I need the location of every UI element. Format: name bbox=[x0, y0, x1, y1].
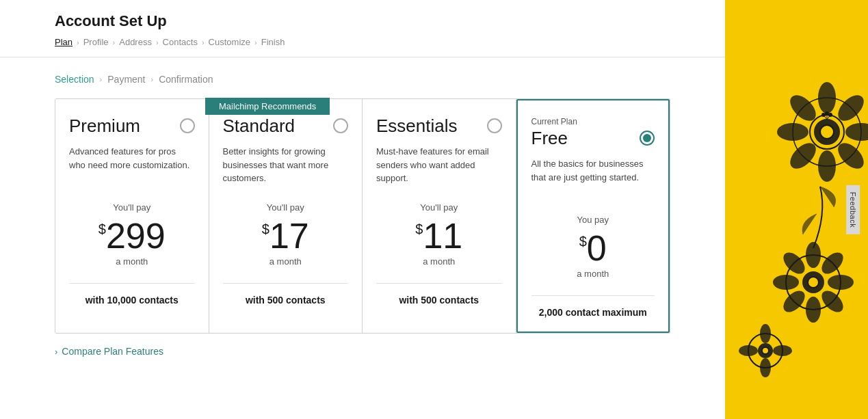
svg-point-26 bbox=[819, 288, 846, 315]
price-period-premium: a month bbox=[69, 256, 195, 267]
sep2: › bbox=[113, 38, 116, 46]
svg-point-35 bbox=[762, 347, 769, 354]
body-section: Selection › Payment › Confirmation Mailc… bbox=[0, 57, 725, 419]
svg-point-3 bbox=[819, 151, 835, 181]
sep1: › bbox=[77, 38, 79, 46]
main-content: Account Set Up Plan › Profile › Address … bbox=[0, 0, 725, 419]
price-row-standard: $ 17 bbox=[223, 218, 349, 254]
svg-point-28 bbox=[808, 277, 819, 288]
svg-point-2 bbox=[819, 83, 835, 113]
plan-contacts-premium: with 10,000 contacts bbox=[69, 283, 195, 306]
compare-link-label: Compare Plan Features bbox=[62, 346, 163, 357]
plan-header-premium: Premium bbox=[69, 116, 195, 137]
price-dollar-essentials: $ bbox=[415, 222, 423, 236]
svg-point-32 bbox=[739, 346, 757, 355]
svg-point-31 bbox=[761, 359, 770, 377]
breadcrumb-customize[interactable]: Customize bbox=[209, 37, 250, 47]
svg-point-20 bbox=[806, 297, 820, 322]
plan-pricing-standard: You'll pay $ 17 a month bbox=[223, 202, 349, 267]
sub-breadcrumb-confirmation[interactable]: Confirmation bbox=[159, 74, 213, 85]
plan-header-free: Free bbox=[531, 128, 655, 149]
sub-breadcrumb-payment[interactable]: Payment bbox=[107, 74, 145, 85]
svg-point-30 bbox=[761, 325, 770, 342]
plan-pricing-free: You pay $ 0 a month bbox=[531, 215, 655, 279]
breadcrumb-profile[interactable]: Profile bbox=[83, 37, 109, 47]
svg-point-16 bbox=[826, 112, 828, 115]
price-amount-premium: 299 bbox=[106, 218, 166, 254]
breadcrumb-plan[interactable]: Plan bbox=[55, 37, 73, 47]
you-pay-standard: You'll pay bbox=[223, 202, 349, 213]
plan-radio-free[interactable] bbox=[640, 131, 655, 146]
current-plan-label: Current Plan bbox=[531, 117, 655, 126]
svg-point-5 bbox=[846, 124, 868, 140]
sub-sep2: › bbox=[151, 75, 154, 83]
plans-grid: Premium Advanced features for pros who n… bbox=[55, 98, 670, 334]
plan-card-essentials[interactable]: Essentials Must-have features for email … bbox=[363, 99, 516, 333]
svg-point-15 bbox=[822, 113, 825, 116]
sub-breadcrumb: Selection › Payment › Confirmation bbox=[55, 74, 670, 85]
svg-point-22 bbox=[828, 275, 853, 289]
sep4: › bbox=[202, 38, 205, 46]
plan-radio-premium[interactable] bbox=[180, 118, 195, 133]
svg-point-24 bbox=[819, 249, 846, 277]
compare-plan-features-link[interactable]: › Compare Plan Features bbox=[55, 346, 670, 357]
plan-desc-standard: Better insights for growing businesses t… bbox=[223, 145, 349, 186]
header-section: Account Set Up Plan › Profile › Address … bbox=[0, 0, 725, 57]
plan-radio-standard[interactable] bbox=[333, 118, 348, 133]
price-amount-free: 0 bbox=[587, 230, 607, 266]
price-period-standard: a month bbox=[223, 256, 349, 267]
plan-pricing-premium: You'll pay $ 299 a month bbox=[69, 202, 195, 267]
plan-header-standard: Standard bbox=[223, 116, 349, 137]
price-amount-standard: 17 bbox=[269, 218, 309, 254]
svg-point-21 bbox=[774, 275, 798, 289]
plan-card-premium[interactable]: Premium Advanced features for pros who n… bbox=[55, 99, 209, 333]
plan-contacts-standard: with 500 contacts bbox=[223, 283, 349, 306]
chevron-right-icon: › bbox=[55, 347, 57, 357]
breadcrumb-address[interactable]: Address bbox=[119, 37, 152, 47]
plan-header-essentials: Essentials bbox=[376, 116, 502, 137]
sidebar-panel: Feedback bbox=[725, 0, 868, 419]
sep3: › bbox=[156, 38, 159, 46]
plan-desc-essentials: Must-have features for email senders who… bbox=[376, 145, 502, 186]
plan-name-free: Free bbox=[531, 128, 568, 149]
svg-point-17 bbox=[829, 113, 832, 116]
svg-point-25 bbox=[780, 288, 808, 315]
plan-desc-premium: Advanced features for pros who need more… bbox=[69, 145, 195, 186]
you-pay-premium: You'll pay bbox=[69, 202, 195, 213]
price-dollar-standard: $ bbox=[262, 222, 269, 236]
you-pay-free: You pay bbox=[531, 215, 655, 225]
plan-name-premium: Premium bbox=[69, 116, 140, 137]
price-row-free: $ 0 bbox=[531, 230, 655, 266]
plan-card-standard[interactable]: Standard Better insights for growing bus… bbox=[209, 99, 363, 333]
plan-desc-free: All the basics for businesses that are j… bbox=[531, 157, 655, 198]
breadcrumb-finish[interactable]: Finish bbox=[261, 37, 285, 47]
price-dollar-premium: $ bbox=[98, 222, 106, 236]
svg-point-4 bbox=[778, 124, 808, 140]
price-row-premium: $ 299 bbox=[69, 218, 195, 254]
price-dollar-free: $ bbox=[579, 234, 587, 248]
feedback-tab[interactable]: Feedback bbox=[846, 185, 860, 234]
sep5: › bbox=[254, 38, 257, 46]
svg-point-11 bbox=[820, 125, 834, 139]
plan-contacts-free: 2,000 contact maximum bbox=[531, 295, 655, 318]
svg-point-33 bbox=[774, 346, 791, 355]
price-period-free: a month bbox=[531, 269, 655, 279]
breadcrumb: Plan › Profile › Address › Contacts › Cu… bbox=[55, 37, 670, 57]
flower-decoration bbox=[731, 77, 868, 419]
plan-radio-essentials[interactable] bbox=[487, 118, 502, 133]
plans-wrapper: Mailchimp Recommends Premium Advanced fe… bbox=[55, 98, 670, 334]
sub-sep1: › bbox=[100, 75, 103, 83]
page-title: Account Set Up bbox=[55, 12, 670, 30]
plan-contacts-essentials: with 500 contacts bbox=[376, 283, 502, 306]
plan-card-free[interactable]: Current Plan Free All the basics for bus… bbox=[516, 99, 670, 333]
svg-point-23 bbox=[780, 249, 808, 277]
price-period-essentials: a month bbox=[376, 256, 502, 267]
price-amount-essentials: 11 bbox=[423, 218, 462, 254]
sub-breadcrumb-selection[interactable]: Selection bbox=[55, 74, 94, 85]
you-pay-essentials: You'll pay bbox=[376, 202, 502, 213]
breadcrumb-contacts[interactable]: Contacts bbox=[163, 37, 198, 47]
recommend-banner: Mailchimp Recommends bbox=[205, 98, 330, 115]
plan-name-standard: Standard bbox=[223, 116, 295, 137]
plan-pricing-essentials: You'll pay $ 11 a month bbox=[376, 202, 502, 267]
price-row-essentials: $ 11 bbox=[376, 218, 502, 254]
